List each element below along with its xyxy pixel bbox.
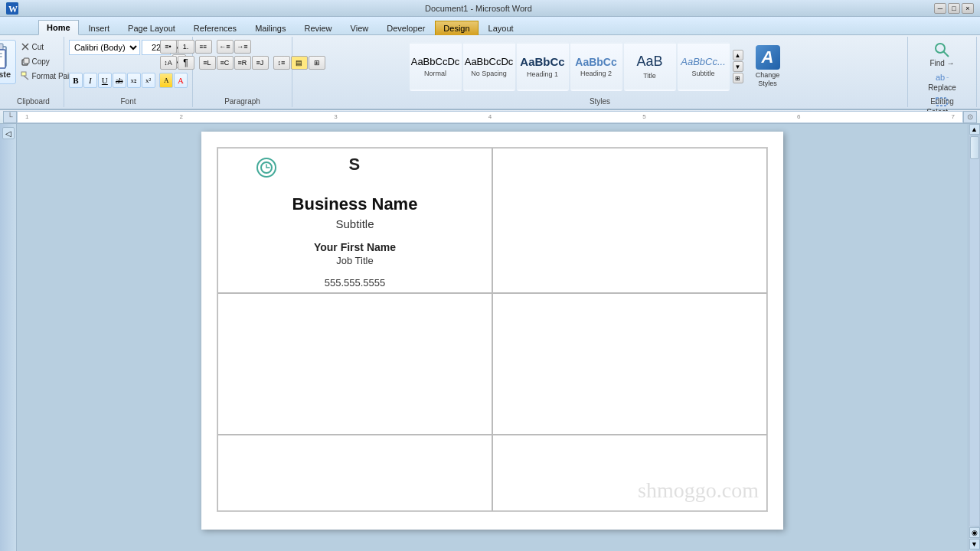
change-styles-icon: A xyxy=(756,45,780,70)
style-heading1[interactable]: AaBbCc Heading 1 xyxy=(517,42,569,91)
clipboard-group: Paste Cut Copy Format Painter Clipboard xyxy=(3,37,64,107)
paste-label: Paste xyxy=(0,70,11,79)
card-phone[interactable]: 555.555.5555 xyxy=(325,277,386,289)
paste-button[interactable]: Paste xyxy=(0,40,16,84)
document-area: S Business Name Subtitle Your First Name… xyxy=(17,124,968,551)
card-person-name[interactable]: Your First Name xyxy=(314,241,396,253)
tab-review[interactable]: Review xyxy=(296,21,340,35)
close-button[interactable]: × xyxy=(962,3,974,14)
business-name[interactable]: Business Name xyxy=(292,194,418,214)
ribbon-tabs: Home Insert Page Layout References Maili… xyxy=(0,17,980,35)
left-sidebar: ◁ xyxy=(0,124,17,551)
font-family-select[interactable]: Calibri (Body) xyxy=(69,40,140,55)
increase-indent-button[interactable]: →≡ xyxy=(234,40,251,54)
tab-design[interactable]: Design xyxy=(435,21,478,35)
svg-rect-6 xyxy=(0,56,2,57)
paragraph-label: Paragraph xyxy=(193,97,292,106)
bold-button[interactable]: B xyxy=(69,73,83,88)
editing-label: Editing xyxy=(908,97,976,106)
svg-rect-5 xyxy=(0,53,2,54)
paste-icon xyxy=(0,42,12,70)
align-right-button[interactable]: ≡R xyxy=(234,56,251,70)
scroll-next-page[interactable]: ▼ xyxy=(969,539,980,549)
tab-insert[interactable]: Insert xyxy=(80,21,119,35)
style-heading2[interactable]: AaBbCc Heading 2 xyxy=(570,42,622,91)
replace-button[interactable]: ab→ Replace xyxy=(923,70,961,93)
ruler-align-button[interactable]: └ xyxy=(3,111,17,123)
replace-icon: ab→ xyxy=(935,72,949,83)
svg-text:ab→: ab→ xyxy=(936,73,949,82)
change-styles-button[interactable]: A Change Styles xyxy=(745,42,791,91)
style-no-spacing-preview: AaBbCcDc xyxy=(465,56,514,68)
tab-view[interactable]: View xyxy=(342,21,377,35)
style-title-name: Title xyxy=(643,72,656,80)
style-normal-preview: AaBbCcDc xyxy=(411,56,460,68)
tab-home[interactable]: Home xyxy=(38,20,79,35)
strikethrough-button[interactable]: ab xyxy=(113,73,126,88)
line-spacing-button[interactable]: ↕≡ xyxy=(273,56,290,70)
card-job-title[interactable]: Job Title xyxy=(336,255,373,266)
sidebar-top-button[interactable]: ◁ xyxy=(2,127,15,139)
scroll-prev-page[interactable]: ◉ xyxy=(969,527,980,538)
ruler-toggle-button[interactable]: ⊙ xyxy=(963,111,977,123)
decrease-indent-button[interactable]: ←≡ xyxy=(217,40,234,54)
styles-expand[interactable]: ⊞ xyxy=(733,73,743,83)
italic-button[interactable]: I xyxy=(83,73,97,88)
app-icon: W xyxy=(6,2,18,15)
window-title: Document1 - Microsoft Word xyxy=(23,4,934,13)
card-bottom-left[interactable] xyxy=(217,435,492,511)
multilevel-button[interactable]: ≡≡ xyxy=(195,40,212,54)
style-heading2-name: Heading 2 xyxy=(580,70,612,77)
right-scrollbar: ▲ ◉ ▼ xyxy=(968,124,980,551)
ruler: └ 1234567 ⊙ xyxy=(0,110,980,124)
find-button[interactable]: Find → xyxy=(923,40,961,69)
scroll-thumb[interactable] xyxy=(970,136,979,159)
card-main[interactable]: S Business Name Subtitle Your First Name… xyxy=(217,148,492,293)
underline-button[interactable]: U xyxy=(98,73,112,88)
card-circle-icon xyxy=(256,158,276,178)
window-controls: ─ □ × xyxy=(934,3,974,14)
card-top-right[interactable] xyxy=(492,148,767,293)
styles-group: AaBbCcDc Normal AaBbCcDc No Spacing AaBb… xyxy=(292,37,908,107)
change-styles-label: Change Styles xyxy=(748,71,788,88)
tab-mailings[interactable]: Mailings xyxy=(247,21,294,35)
page: S Business Name Subtitle Your First Name… xyxy=(201,132,783,530)
subscript-button[interactable]: x₂ xyxy=(127,73,141,88)
tab-references[interactable]: References xyxy=(185,21,245,35)
svg-line-13 xyxy=(24,76,28,80)
svg-line-15 xyxy=(943,51,949,57)
card-bottom-right[interactable]: shmoggo.com xyxy=(492,435,767,511)
superscript-button[interactable]: x² xyxy=(142,73,155,88)
align-center-button[interactable]: ≡C xyxy=(217,56,234,70)
show-hide-button[interactable]: ¶ xyxy=(178,56,194,70)
font-label: Font xyxy=(64,97,192,106)
bullets-button[interactable]: ≡• xyxy=(160,40,177,54)
styles-gallery: AaBbCcDc Normal AaBbCcDc No Spacing AaBb… xyxy=(410,42,730,91)
style-heading2-preview: AaBbCc xyxy=(575,56,616,69)
sort-button[interactable]: ↕A xyxy=(160,56,177,70)
tab-page-layout[interactable]: Page Layout xyxy=(119,21,184,35)
scroll-track[interactable] xyxy=(969,135,980,527)
style-no-spacing[interactable]: AaBbCcDc No Spacing xyxy=(463,42,515,91)
align-left-button[interactable]: ≡L xyxy=(199,56,216,70)
styles-scroll-down[interactable]: ▼ xyxy=(733,61,743,72)
style-heading1-name: Heading 1 xyxy=(527,70,558,78)
tab-layout[interactable]: Layout xyxy=(480,21,522,35)
styles-scroll-up[interactable]: ▲ xyxy=(733,50,743,60)
main-area: ◁ S Business Name Subtitle Your First Na… xyxy=(0,124,980,551)
maximize-button[interactable]: □ xyxy=(948,3,960,14)
card-middle-right[interactable] xyxy=(492,293,767,435)
numbering-button[interactable]: 1. xyxy=(178,40,194,54)
tab-developer[interactable]: Developer xyxy=(378,21,433,35)
scroll-up-button[interactable]: ▲ xyxy=(969,124,980,135)
card-subtitle[interactable]: Subtitle xyxy=(335,217,374,230)
minimize-button[interactable]: ─ xyxy=(934,3,946,14)
find-icon xyxy=(933,41,950,58)
style-subtitle-name: Subtitle xyxy=(691,70,714,77)
style-normal[interactable]: AaBbCcDc Normal xyxy=(410,42,462,91)
style-subtitle[interactable]: AaBbCc... Subtitle xyxy=(678,42,730,91)
card-middle-left[interactable] xyxy=(217,293,492,435)
style-title-preview: AaB xyxy=(636,54,662,70)
justify-button[interactable]: ≡J xyxy=(252,56,269,70)
style-title[interactable]: AaB Title xyxy=(624,42,676,91)
